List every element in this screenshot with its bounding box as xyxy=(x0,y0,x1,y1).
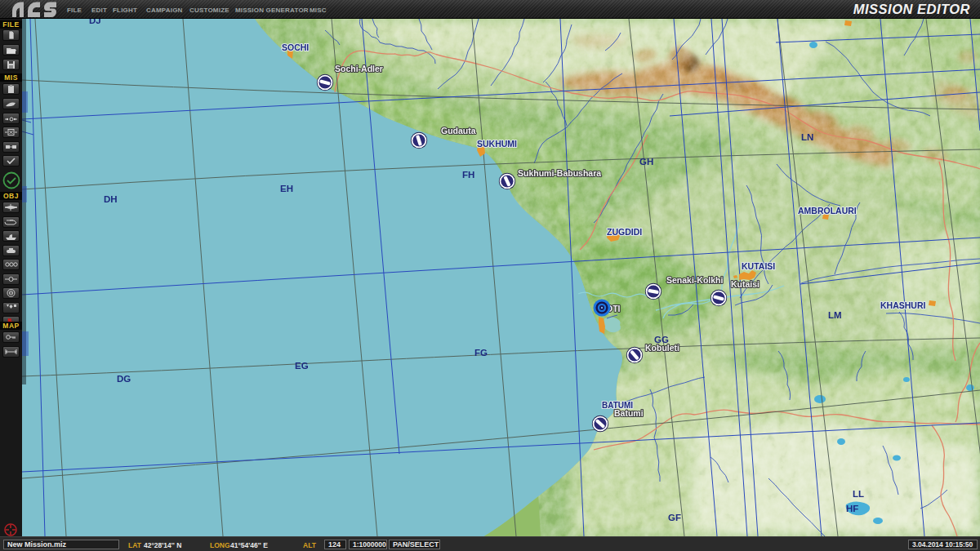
svg-text:AMBROLAURI: AMBROLAURI xyxy=(798,206,857,216)
svg-text:HF: HF xyxy=(846,504,858,513)
svg-text:DG: DG xyxy=(117,374,131,384)
svg-text:KUTAISI: KUTAISI xyxy=(742,261,775,271)
svg-text:Batumi: Batumi xyxy=(614,408,644,418)
svg-text:SUKHUMI: SUKHUMI xyxy=(477,139,517,149)
svg-text:Sochi-Adler: Sochi-Adler xyxy=(335,64,383,73)
svg-text:FG: FG xyxy=(474,348,488,358)
svg-text:EH: EH xyxy=(280,184,293,193)
svg-text:FH: FH xyxy=(462,170,474,180)
svg-text:Sukhumi-Babushara: Sukhumi-Babushara xyxy=(518,168,601,178)
svg-text:EG: EG xyxy=(295,361,309,371)
svg-text:KHASHURI: KHASHURI xyxy=(880,300,926,310)
svg-text:LN: LN xyxy=(801,132,813,142)
svg-text:Gudauta: Gudauta xyxy=(441,126,476,136)
svg-text:LM: LM xyxy=(828,310,842,320)
svg-text:GF: GF xyxy=(668,513,681,522)
svg-text:Kutaisi: Kutaisi xyxy=(731,279,760,289)
svg-text:GH: GH xyxy=(639,157,653,167)
svg-text:DH: DH xyxy=(104,194,118,204)
svg-text:Senaki-Kolkhi: Senaki-Kolkhi xyxy=(666,275,724,285)
svg-text:ZUGDIDI: ZUGDIDI xyxy=(607,227,642,237)
svg-text:DJ: DJ xyxy=(89,19,101,25)
svg-text:Kobuleti: Kobuleti xyxy=(645,343,679,353)
svg-text:SOCHI: SOCHI xyxy=(282,42,309,52)
svg-text:LL: LL xyxy=(853,489,864,499)
